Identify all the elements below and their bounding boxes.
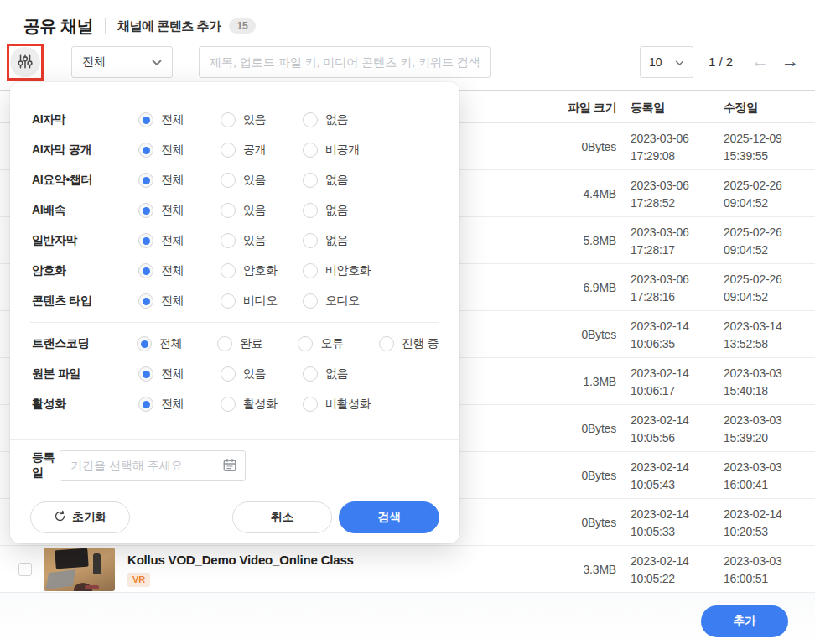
radio-selected-icon[interactable]	[138, 293, 153, 309]
radio-option[interactable]: 전체	[138, 203, 221, 218]
radio-icon[interactable]	[221, 263, 236, 278]
search-input[interactable]	[199, 46, 491, 78]
next-page-arrow-icon[interactable]: →	[781, 44, 799, 79]
radio-selected-icon[interactable]	[138, 143, 153, 158]
cell-registered: 2023-02-1410:05:43	[631, 459, 719, 494]
radio-icon[interactable]	[298, 336, 313, 351]
radio-option[interactable]: 없음	[303, 112, 385, 127]
date-range-input[interactable]	[60, 450, 246, 481]
radio-icon[interactable]	[221, 366, 236, 382]
radio-icon[interactable]	[221, 233, 236, 248]
radio-option[interactable]: 전체	[138, 366, 221, 382]
radio-option[interactable]: 완료	[217, 336, 298, 351]
filter-group-label: 활성화	[10, 397, 138, 412]
date-range-field	[60, 450, 246, 481]
radio-option-label: 전체	[161, 293, 184, 309]
radio-option[interactable]: 활성화	[221, 397, 303, 412]
radio-option[interactable]: 전체	[138, 293, 221, 309]
radio-icon[interactable]	[221, 397, 236, 412]
radio-option[interactable]: 전체	[138, 112, 221, 127]
radio-selected-icon[interactable]	[138, 397, 153, 412]
filter-group-label: 일반자막	[10, 233, 138, 248]
cell-modified: 2025-02-2609:04:52	[724, 271, 812, 306]
radio-option[interactable]: 오류	[298, 336, 378, 351]
filter-actions: 초기화 취소 검색	[10, 491, 459, 533]
radio-icon[interactable]	[303, 263, 318, 278]
radio-option-label: 완료	[240, 336, 262, 351]
radio-option[interactable]: 비활성화	[303, 397, 385, 412]
radio-icon[interactable]	[303, 233, 318, 248]
radio-icon[interactable]	[303, 143, 318, 158]
radio-icon[interactable]	[221, 112, 236, 127]
chevron-down-icon	[675, 55, 684, 69]
radio-icon[interactable]	[221, 203, 236, 218]
radio-icon[interactable]	[303, 112, 318, 127]
radio-option[interactable]: 전체	[137, 336, 217, 351]
filter-group-row: AI자막 공개 전체공개비공개	[10, 135, 459, 165]
radio-option[interactable]: 전체	[138, 143, 221, 158]
radio-selected-icon[interactable]	[138, 233, 153, 248]
table-row[interactable]: Kollus VOD_Demo Video_Online Class VR 3.…	[0, 546, 815, 593]
cancel-button[interactable]: 취소	[232, 501, 332, 533]
radio-icon[interactable]	[217, 336, 232, 351]
radio-option-label: 전체	[161, 263, 184, 278]
radio-option-label: 없음	[325, 203, 348, 218]
radio-option[interactable]: 전체	[138, 173, 221, 188]
radio-icon[interactable]	[221, 143, 236, 158]
content-title: Kollus VOD_Demo Video_Online Class	[127, 553, 354, 567]
radio-option[interactable]: 있음	[221, 173, 303, 188]
radio-icon[interactable]	[379, 336, 394, 351]
radio-icon[interactable]	[303, 397, 318, 412]
radio-icon[interactable]	[221, 173, 236, 188]
radio-selected-icon[interactable]	[138, 203, 153, 218]
radio-option[interactable]: 없음	[303, 203, 385, 218]
radio-option[interactable]: 있음	[221, 112, 303, 127]
radio-option[interactable]: 없음	[303, 233, 385, 248]
radio-selected-icon[interactable]	[138, 263, 153, 278]
radio-option[interactable]: 비암호화	[303, 263, 385, 278]
filter-button[interactable]	[10, 47, 40, 77]
radio-icon[interactable]	[221, 293, 236, 309]
radio-icon[interactable]	[303, 366, 318, 382]
prev-page-arrow-icon[interactable]: ←	[751, 44, 769, 79]
radio-option[interactable]: 전체	[138, 233, 221, 248]
radio-option-label: 비활성화	[325, 397, 371, 412]
column-header-modified: 수정일	[724, 91, 812, 124]
radio-option-label: 없음	[325, 112, 348, 127]
radio-option[interactable]: 암호화	[221, 263, 303, 278]
column-header-filesize: 파일 크기	[520, 91, 616, 124]
calendar-icon[interactable]	[222, 457, 237, 476]
category-select[interactable]: 전체	[71, 46, 173, 78]
radio-selected-icon[interactable]	[138, 173, 153, 188]
row-title-block: Kollus VOD_Demo Video_Online Class VR	[127, 553, 354, 587]
radio-option[interactable]: 비공개	[303, 143, 385, 158]
search-submit-button[interactable]: 검색	[339, 501, 439, 533]
radio-option[interactable]: 전체	[138, 397, 221, 412]
radio-option[interactable]: 오디오	[303, 293, 385, 309]
add-button[interactable]: 추가	[701, 605, 788, 637]
radio-option-label: 진행 중	[402, 336, 439, 351]
radio-selected-icon[interactable]	[138, 366, 153, 382]
radio-option[interactable]: 있음	[221, 233, 303, 248]
radio-icon[interactable]	[303, 203, 318, 218]
radio-selected-icon[interactable]	[138, 112, 153, 127]
footer: 추가	[0, 593, 815, 644]
radio-option[interactable]: 공개	[221, 143, 303, 158]
radio-option[interactable]: 비디오	[221, 293, 303, 309]
radio-option[interactable]: 전체	[138, 263, 221, 278]
radio-option[interactable]: 있음	[221, 366, 303, 382]
radio-icon[interactable]	[303, 173, 318, 188]
radio-option-label: 있음	[243, 112, 266, 127]
radio-selected-icon[interactable]	[137, 336, 152, 351]
radio-option[interactable]: 없음	[303, 366, 385, 382]
cell-registered: 2023-02-1410:06:17	[631, 365, 719, 400]
filter-group-row: 일반자막 전체있음없음	[10, 226, 459, 256]
row-checkbox[interactable]	[18, 563, 32, 576]
page-size-select[interactable]: 10	[640, 46, 693, 78]
radio-icon[interactable]	[303, 293, 318, 309]
content-count-badge: 15	[229, 18, 255, 34]
radio-option[interactable]: 있음	[221, 203, 303, 218]
reset-button[interactable]: 초기화	[30, 501, 130, 533]
radio-option[interactable]: 없음	[303, 173, 385, 188]
radio-option[interactable]: 진행 중	[379, 336, 459, 351]
